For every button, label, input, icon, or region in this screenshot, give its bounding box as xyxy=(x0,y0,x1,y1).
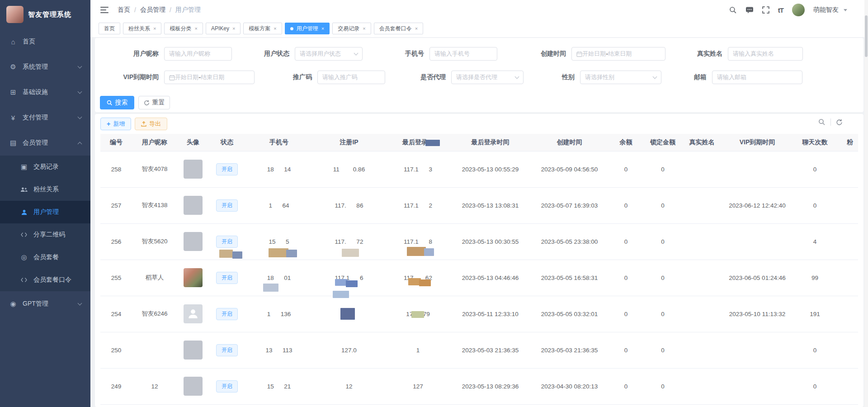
tab-fans-relation[interactable]: 粉丝关系× xyxy=(123,23,161,34)
tab-template-plan[interactable]: 模板方案× xyxy=(243,23,282,34)
message-icon[interactable] xyxy=(745,6,754,14)
logo[interactable]: 智友管理系统 xyxy=(0,0,90,29)
created-time-daterange[interactable]: 开始日期-结束日期 xyxy=(571,47,665,61)
cell-last_login: 2023-05-13 00:55:29 xyxy=(451,151,530,187)
email-input[interactable]: 请输入邮箱 xyxy=(712,71,802,84)
sidebar-menu: ⌂首页⚙系统管理⊞基础设施¥支付管理▤会员管理▣交易记录粉丝关系用户管理分享二维… xyxy=(0,29,90,317)
cell-reg_ip: 117. 86 xyxy=(313,187,385,223)
promo-code-input[interactable]: 请输入推广码 xyxy=(317,71,385,84)
cell-id: 256 xyxy=(100,223,132,260)
reset-button[interactable]: 重置 xyxy=(138,96,170,109)
search-icon[interactable] xyxy=(729,6,737,14)
placeholder-text: 请选择用户状态 xyxy=(300,50,341,58)
date-start-placeholder: 开始日期 xyxy=(582,50,606,58)
breadcrumb-member-management[interactable]: 会员管理 xyxy=(140,6,165,14)
sidebar-item-member-management[interactable]: ▤会员管理 xyxy=(0,130,90,156)
font-size-icon[interactable]: tT xyxy=(778,6,783,14)
sidebar-toggle-icon[interactable] xyxy=(100,7,108,13)
page-scrollbar[interactable] xyxy=(864,0,868,407)
censored-value: 117. 72 xyxy=(335,238,363,245)
cell-fans xyxy=(836,151,858,187)
gender-select[interactable]: 请选择性别 xyxy=(580,71,661,84)
sidebar-item-label: 基础设施 xyxy=(23,88,48,96)
sidebar-item-member-package-code[interactable]: 会员套餐口令 xyxy=(0,269,90,291)
tab-template-category[interactable]: 模板分类× xyxy=(164,23,203,34)
close-tab-icon[interactable]: × xyxy=(194,26,197,31)
cell-balance: 0 xyxy=(609,223,643,260)
breadcrumb-home[interactable]: 首页 xyxy=(118,6,130,14)
tab-transaction-records[interactable]: 交易记录× xyxy=(332,23,371,34)
cell-created: 2023-05-07 16:39:03 xyxy=(530,187,609,223)
sidebar-item-home[interactable]: ⌂首页 xyxy=(0,29,90,54)
sidebar-item-system-management[interactable]: ⚙系统管理 xyxy=(0,54,90,80)
tab-home[interactable]: 首页 xyxy=(99,23,120,34)
app-title: 智友管理系统 xyxy=(28,10,71,19)
tab-label: 首页 xyxy=(104,25,115,33)
placeholder-text: 请输入手机号 xyxy=(434,50,470,58)
cell-avatar xyxy=(177,332,209,368)
tab-user-management[interactable]: 用户管理× xyxy=(285,23,330,34)
cell-avatar xyxy=(177,296,209,332)
sidebar-item-payment-management[interactable]: ¥支付管理 xyxy=(0,105,90,130)
vip-expire-time-daterange[interactable]: 开始日期-结束日期 xyxy=(164,71,255,84)
gpt-icon: ◉ xyxy=(8,300,18,308)
close-tab-icon[interactable]: × xyxy=(274,26,276,31)
user-avatar[interactable] xyxy=(792,4,805,16)
cell-reg_ip: 11 0.86 xyxy=(313,151,385,187)
close-tab-icon[interactable]: × xyxy=(153,26,156,31)
reset-button-label: 重置 xyxy=(152,99,165,107)
cell-avatar xyxy=(177,223,209,260)
cell-status: 开启 xyxy=(209,368,245,404)
tab-apikey[interactable]: APIKey× xyxy=(206,23,241,34)
scrollbar-thumb[interactable] xyxy=(865,15,868,57)
target-icon: ◎ xyxy=(19,253,29,261)
filter-label: 用户状态 xyxy=(249,50,289,58)
cell-real_name xyxy=(683,260,721,296)
column-header: 最后登录时间 xyxy=(451,134,530,151)
cell-avatar xyxy=(177,368,209,404)
cell-nickname xyxy=(132,332,177,368)
close-tab-icon[interactable]: × xyxy=(415,26,418,31)
cell-last_ip: 117.1 8 xyxy=(385,223,451,260)
close-tab-icon[interactable]: × xyxy=(321,26,324,31)
is-agent-select[interactable]: 请选择是否代理 xyxy=(451,71,524,84)
cell-created: 2023-04-30 08:20:13 xyxy=(530,368,609,404)
tab-member-package-code[interactable]: 会员套餐口令× xyxy=(374,23,423,34)
fullscreen-icon[interactable] xyxy=(762,6,769,14)
censored-value: 117.1 2 xyxy=(404,202,432,209)
real-name-input[interactable]: 请输入真实姓名 xyxy=(728,47,803,61)
sidebar-item-label: 交易记录 xyxy=(33,163,59,171)
cell-chats: 0 xyxy=(793,151,836,187)
avatar xyxy=(184,304,203,323)
censored-value: 18 14 xyxy=(267,166,291,173)
sidebar-item-fans-relation[interactable]: 粉丝关系 xyxy=(0,178,90,201)
cell-nickname: 12 xyxy=(132,368,177,404)
add-button[interactable]: + 新增 xyxy=(100,118,131,130)
export-button[interactable]: 导出 xyxy=(135,118,167,130)
sidebar-item-member-package[interactable]: ◎会员套餐 xyxy=(0,246,90,269)
cell-nickname: 稻草人 xyxy=(132,260,177,296)
table-refresh-icon[interactable] xyxy=(836,119,843,126)
table-wrapper: 编号用户昵称头像状态手机号注册IP最后登录IP最后登录时间创建时间余额锁定金额真… xyxy=(100,134,858,407)
sidebar-item-basic-settings[interactable]: ⊞基础设施 xyxy=(0,80,90,105)
close-tab-icon[interactable]: × xyxy=(232,26,235,31)
username[interactable]: 萌能智友 xyxy=(813,6,839,14)
cell-vip: 2023-05-10 11:13:32 xyxy=(721,296,793,332)
sidebar-item-user-management[interactable]: 用户管理 xyxy=(0,201,90,223)
cell-last_ip: 117.1 3 xyxy=(385,151,451,187)
sidebar-item-transaction-records[interactable]: ▣交易记录 xyxy=(0,156,90,178)
user-status-select[interactable]: 请选择用户状态 xyxy=(295,47,363,61)
chevron-down-icon[interactable] xyxy=(844,9,847,11)
cell-phone: 18 14 xyxy=(245,151,313,187)
sidebar-item-share-qrcode[interactable]: 分享二维码 xyxy=(0,223,90,246)
cell-last_login: 2023-05-13 04:46:46 xyxy=(451,260,530,296)
close-tab-icon[interactable]: × xyxy=(363,26,365,31)
cell-nickname: 智友6246 xyxy=(132,296,177,332)
search-button[interactable]: 搜索 xyxy=(100,96,134,109)
phone-input[interactable]: 请输入手机号 xyxy=(429,47,497,61)
filter-label: 性别 xyxy=(554,73,575,81)
tab-label: 模板分类 xyxy=(170,25,191,33)
user-nickname-input[interactable]: 请输入用户昵称 xyxy=(164,47,232,61)
table-search-icon[interactable] xyxy=(818,118,826,126)
sidebar-item-gpt-management[interactable]: ◉GPT管理 xyxy=(0,291,90,317)
